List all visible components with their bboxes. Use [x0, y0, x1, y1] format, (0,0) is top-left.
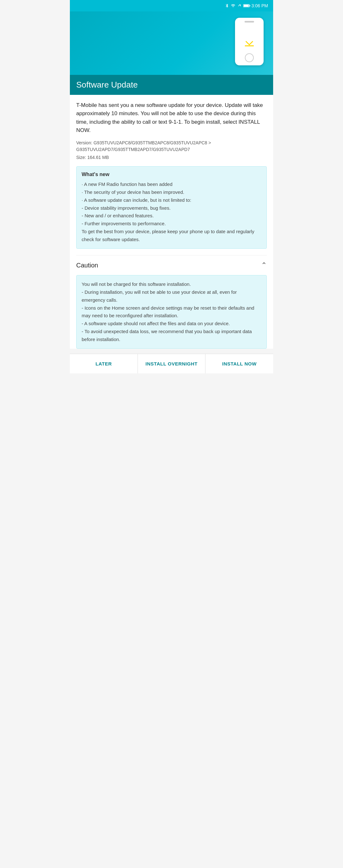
- bluetooth-icon: [225, 3, 229, 8]
- caution-line: - A software update should not affect th…: [82, 320, 261, 328]
- whats-new-item: To get the best from your device, please…: [82, 228, 261, 244]
- install-now-button[interactable]: INSTALL NOW: [205, 354, 273, 373]
- version-info: Version: G935TUVU2APC8/G935TTMB2APC8/G93…: [76, 140, 267, 153]
- caution-line: - To avoid unexpected data loss, we reco…: [82, 328, 261, 344]
- status-icons: 3:06 PM: [225, 3, 268, 8]
- caution-box: You will not be charged for this softwar…: [76, 275, 267, 349]
- size-info: Size: 164.61 MB: [76, 155, 267, 160]
- hero-area: [70, 11, 273, 75]
- svg-rect-1: [250, 5, 250, 6]
- battery-icon: [243, 4, 250, 8]
- svg-marker-3: [246, 36, 253, 45]
- caution-line: You will not be charged for this softwar…: [82, 280, 261, 288]
- caution-line: - During installation, you will not be a…: [82, 288, 261, 304]
- main-content: T-Mobile has sent you a new software upd…: [70, 95, 273, 255]
- whats-new-item: - Device stability improvements, bug fix…: [82, 204, 261, 212]
- phone-download-icon: [235, 18, 264, 65]
- whats-new-item: - New and / or enhanced features.: [82, 212, 261, 220]
- whats-new-content: · A new FM Radio function has been added…: [82, 181, 261, 243]
- chevron-up-icon: ⌃: [261, 261, 267, 269]
- whats-new-item: · A new FM Radio function has been added: [82, 181, 261, 188]
- caution-section: Caution ⌃ You will not be charged for th…: [70, 255, 273, 349]
- whats-new-box: What's new · A new FM Radio function has…: [76, 166, 267, 249]
- update-description: T-Mobile has sent you a new software upd…: [76, 101, 267, 134]
- signal-icon: [237, 3, 242, 8]
- download-arrow-icon: [242, 34, 257, 49]
- svg-rect-2: [244, 5, 249, 7]
- caution-line: - Icons on the Home screen and device se…: [82, 304, 261, 320]
- status-time: 3:06 PM: [252, 3, 268, 8]
- title-bar: Software Update: [70, 75, 273, 95]
- button-bar: LATER INSTALL OVERNIGHT INSTALL NOW: [70, 354, 273, 373]
- later-button[interactable]: LATER: [70, 354, 138, 373]
- caution-header[interactable]: Caution ⌃: [76, 255, 267, 275]
- whats-new-item: · The security of your device has been i…: [82, 188, 261, 196]
- install-overnight-button[interactable]: INSTALL OVERNIGHT: [138, 354, 206, 373]
- whats-new-item: - Further improvements to performance.: [82, 220, 261, 228]
- caution-title: Caution: [76, 262, 98, 269]
- svg-rect-4: [245, 45, 254, 46]
- whats-new-title: What's new: [82, 172, 261, 177]
- whats-new-item: · A software update can include, but is …: [82, 196, 261, 204]
- status-bar: 3:06 PM: [70, 0, 273, 11]
- page-title: Software Update: [76, 80, 267, 90]
- caution-content: You will not be charged for this softwar…: [82, 280, 261, 343]
- signal-alt-icon: [231, 3, 236, 8]
